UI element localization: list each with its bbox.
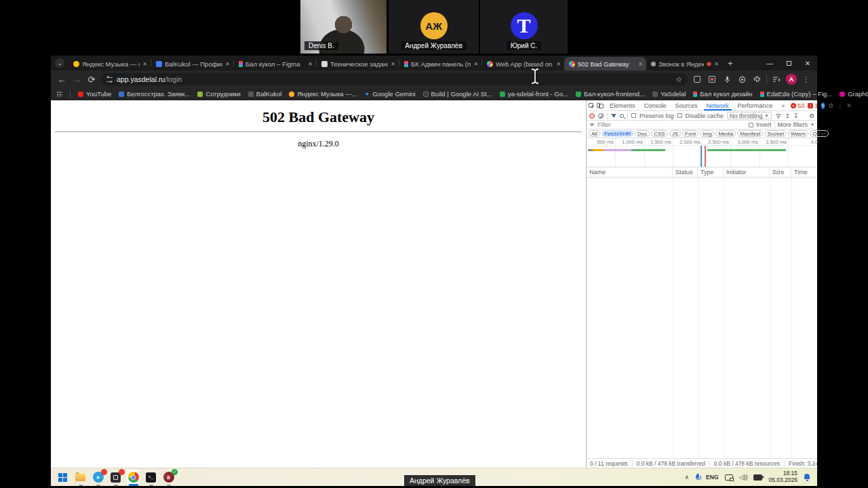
devtools-close-icon[interactable]: ✕ bbox=[846, 102, 852, 109]
bookmark-yasdelal[interactable]: YaSdelal bbox=[652, 90, 686, 98]
tab-close-icon[interactable]: ✕ bbox=[142, 61, 147, 67]
chip-all[interactable]: All bbox=[589, 130, 600, 137]
bookmark-bal-kukol-design[interactable]: Бал кукол дизайн bbox=[693, 90, 752, 98]
tray-expand-icon[interactable]: ∧ bbox=[685, 474, 690, 481]
bookmark-edaeda[interactable]: EdaEda (Copy) – Fig... bbox=[760, 90, 833, 98]
console-error-badge[interactable]: ✕53 bbox=[791, 102, 804, 109]
tab-close-icon[interactable]: ✕ bbox=[391, 61, 395, 67]
network-filter-input[interactable] bbox=[597, 121, 746, 128]
import-har-icon[interactable]: ↥ bbox=[785, 113, 791, 119]
chip-manifest[interactable]: Manifest bbox=[737, 130, 763, 137]
profile-avatar[interactable]: A bbox=[786, 74, 797, 85]
devtools-menu-icon[interactable]: ⋮ bbox=[837, 102, 843, 109]
devtools-tab-console[interactable]: Console bbox=[642, 100, 669, 110]
tab-502-bad-gateway[interactable]: 502 Bad Gateway ✕ bbox=[564, 57, 646, 70]
chip-wasm[interactable]: Wasm bbox=[788, 130, 808, 137]
search-icon[interactable] bbox=[620, 114, 624, 118]
clear-network-log-icon[interactable] bbox=[598, 113, 604, 119]
extension-icon-1[interactable] bbox=[692, 74, 703, 85]
tab-close-icon[interactable]: ✕ bbox=[308, 61, 313, 67]
issues-badge[interactable]: !1 bbox=[808, 102, 818, 109]
video-tile-andrey[interactable]: АЖ Андрей Журавлёв bbox=[389, 0, 479, 54]
tray-microphone-icon[interactable] bbox=[695, 474, 700, 481]
invert-checkbox[interactable] bbox=[749, 123, 753, 127]
tab-close-icon[interactable]: ✕ bbox=[225, 61, 230, 67]
extensions-puzzle-icon[interactable] bbox=[751, 74, 762, 85]
address-bar[interactable]: app.yasdelal.ru/login ☆ bbox=[101, 73, 688, 85]
tab-close-icon[interactable]: ✕ bbox=[556, 61, 561, 67]
bookmark-balkukol[interactable]: BalKukol bbox=[248, 90, 282, 98]
preserve-log-checkbox[interactable] bbox=[631, 113, 636, 118]
new-tab-button[interactable]: + bbox=[728, 58, 733, 68]
disable-cache-checkbox[interactable] bbox=[677, 113, 682, 118]
tab-close-icon[interactable]: ✕ bbox=[638, 61, 643, 67]
devtools-settings-icon[interactable]: ⚙ bbox=[828, 102, 833, 109]
bookmark-youtube[interactable]: YouTube bbox=[78, 90, 111, 98]
chip-img[interactable]: Img bbox=[700, 130, 714, 137]
export-har-icon[interactable]: ↧ bbox=[793, 113, 799, 119]
column-initiator[interactable]: Initiator bbox=[724, 167, 770, 177]
record-network-log-icon[interactable] bbox=[589, 113, 595, 119]
side-panel-icon[interactable] bbox=[771, 74, 782, 85]
chip-media[interactable]: Media bbox=[715, 130, 736, 137]
devtools-tab-performance[interactable]: Performance bbox=[735, 100, 776, 110]
column-status[interactable]: Status bbox=[673, 167, 698, 177]
tab-figma-bal-kukol[interactable]: Бал кукол – Figma ✕ bbox=[234, 57, 316, 70]
bookmark-ya-sdelal-front[interactable]: ya-sdelal-front - Go... bbox=[500, 90, 568, 98]
network-overview[interactable] bbox=[587, 146, 817, 167]
tab-balkukol-profile[interactable]: BalKukol — Профиль ✕ bbox=[151, 57, 233, 70]
url-text[interactable]: app.yasdelal.ru/login bbox=[117, 75, 671, 83]
cast-icon[interactable] bbox=[725, 474, 733, 481]
tab-search-button[interactable]: ⌄ bbox=[55, 58, 64, 68]
chip-css[interactable]: CSS bbox=[651, 130, 667, 137]
tab-yandex-music[interactable]: Яндекс Музыка — соби ✕ bbox=[68, 57, 151, 70]
column-time[interactable]: Time bbox=[791, 167, 818, 177]
minimize-button[interactable]: — bbox=[760, 56, 779, 70]
chip-font[interactable]: Font bbox=[682, 130, 698, 137]
terminal-button[interactable]: >_ bbox=[144, 471, 157, 484]
reload-button[interactable]: ⟳ bbox=[86, 75, 97, 85]
column-type[interactable]: Type bbox=[698, 167, 724, 177]
microphone-extension-icon[interactable] bbox=[722, 74, 732, 85]
bookmark-graphql[interactable]: GraphQL Playground bbox=[840, 90, 868, 98]
chip-socket[interactable]: Socket bbox=[764, 130, 786, 137]
maximize-button[interactable] bbox=[779, 56, 798, 70]
tab-tech-spec[interactable]: Техническое задание: А ✕ bbox=[317, 57, 399, 70]
network-settings-icon[interactable]: ⚙ bbox=[809, 113, 814, 119]
bookmark-star-icon[interactable]: ☆ bbox=[675, 75, 682, 84]
tab-bk-admin[interactable]: БК Админ панель (прос ✕ bbox=[399, 57, 481, 70]
telegram-button[interactable]: ➤ bbox=[92, 471, 104, 484]
request-table-body[interactable] bbox=[587, 178, 817, 458]
chip-doc[interactable]: Doc bbox=[635, 130, 650, 137]
filter-toggle-icon[interactable] bbox=[611, 114, 616, 117]
column-name[interactable]: Name bbox=[587, 167, 673, 177]
language-indicator[interactable]: ENG bbox=[706, 474, 718, 481]
timeline-ruler[interactable]: 500 ms 1.000 ms 1.500 ms 2.000 ms 2.500 … bbox=[587, 138, 817, 146]
browser-menu-icon[interactable]: ⋮ bbox=[801, 74, 812, 85]
bookmark-yandex-music[interactable]: Яндекс Музыка —... bbox=[289, 90, 357, 98]
close-button[interactable]: ✕ bbox=[798, 56, 817, 70]
back-button[interactable]: ← bbox=[56, 75, 67, 85]
file-explorer-button[interactable] bbox=[74, 471, 87, 484]
camera-icon[interactable] bbox=[753, 474, 762, 481]
throttling-select[interactable]: No throttling▼ bbox=[727, 112, 771, 119]
apps-grid-icon[interactable] bbox=[56, 91, 62, 97]
bookmark-google-ai[interactable]: Build | Google AI St... bbox=[423, 90, 492, 98]
clock[interactable]: 18:15 05.03.2026 bbox=[768, 470, 797, 484]
inspect-element-icon[interactable]: ◤ bbox=[589, 103, 593, 108]
device-toolbar-icon[interactable] bbox=[597, 102, 604, 108]
tab-close-icon[interactable]: ✕ bbox=[714, 61, 719, 67]
devtools-more-tabs-button[interactable]: » bbox=[778, 100, 787, 110]
column-size[interactable]: Size bbox=[770, 167, 791, 177]
devtools-tab-elements[interactable]: Elements bbox=[607, 100, 638, 110]
start-button[interactable] bbox=[56, 471, 69, 484]
extension-icon-3[interactable] bbox=[736, 74, 747, 85]
chip-js[interactable]: JS bbox=[669, 130, 681, 137]
chrome-button[interactable] bbox=[127, 471, 140, 484]
bookmark-sotrudniki[interactable]: Сотрудники bbox=[197, 90, 240, 98]
volume-icon[interactable]: ◁)) bbox=[739, 474, 748, 481]
devtools-tab-network[interactable]: Network bbox=[704, 100, 732, 110]
network-conditions-icon[interactable] bbox=[775, 113, 782, 119]
tab-close-icon[interactable]: ✕ bbox=[473, 61, 478, 67]
tab-web-app[interactable]: Web App (based on LiteF ✕ bbox=[482, 57, 564, 70]
